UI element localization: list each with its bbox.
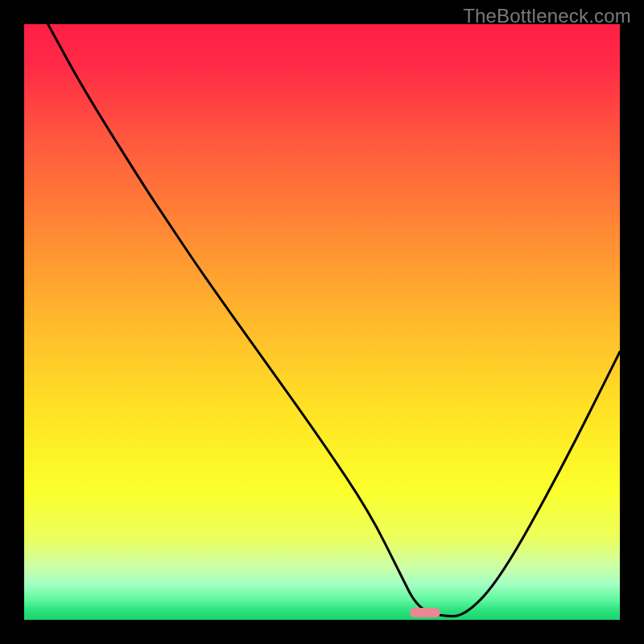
optimal-point-marker <box>410 608 440 617</box>
bottleneck-curve <box>24 24 620 620</box>
plot-area <box>24 24 620 620</box>
watermark-label: TheBottleneck.com <box>463 5 631 27</box>
chart-frame: TheBottleneck.com <box>0 0 644 644</box>
